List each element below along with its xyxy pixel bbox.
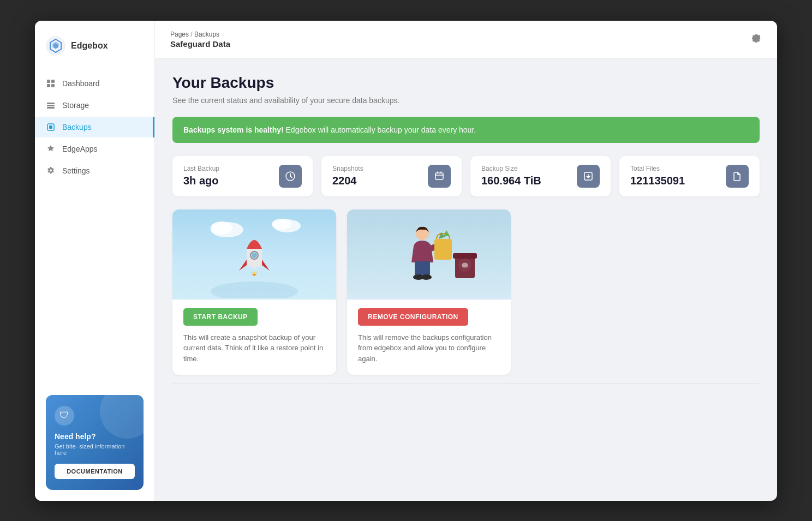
snapshot-icon [428, 165, 451, 188]
page-title: Your Backups [172, 74, 760, 92]
backups-icon [46, 122, 56, 132]
backup-size-icon [577, 165, 600, 188]
topbar: Pages / Backups Safeguard Data [155, 21, 777, 59]
svg-rect-4 [47, 80, 50, 83]
sidebar-item-label: Dashboard [62, 79, 100, 88]
svg-point-19 [272, 219, 291, 230]
stat-value: 3h ago [183, 175, 270, 187]
stat-value: 121135091 [630, 175, 717, 187]
svg-rect-7 [51, 84, 55, 87]
main-content: Pages / Backups Safeguard Data Your Back… [155, 21, 777, 501]
trash-illustration [347, 209, 511, 300]
remove-config-desc: This will remove the backups configurati… [358, 332, 500, 364]
svg-rect-5 [51, 80, 55, 83]
stat-label: Total Files [630, 165, 717, 172]
stat-label: Backup Size [481, 165, 568, 172]
svg-rect-32 [453, 253, 477, 259]
svg-rect-10 [47, 107, 55, 109]
app-name: Edgebox [71, 41, 108, 51]
start-backup-desc: This will create a snapshot backup of yo… [183, 332, 325, 364]
svg-rect-27 [422, 261, 430, 276]
health-banner-bold: Backups system is healthy! [183, 125, 284, 134]
clock-icon [279, 165, 302, 188]
svg-rect-8 [47, 103, 55, 104]
breadcrumb-area: Pages / Backups Safeguard Data [170, 31, 230, 49]
svg-rect-6 [47, 84, 50, 87]
sidebar-item-label: EdgeApps [62, 145, 98, 153]
documentation-button[interactable]: DOCUMENTATION [55, 464, 135, 479]
stat-value: 160.964 TiB [481, 175, 568, 187]
start-backup-body: START BACKUP This will create a snapshot… [172, 300, 336, 375]
edgeapps-icon [46, 144, 56, 154]
sidebar: Edgebox Dashboard Storage Backups [35, 21, 155, 501]
page-subtitle: Safeguard Data [170, 39, 230, 49]
sidebar-item-label: Settings [62, 166, 90, 175]
dashboard-icon [46, 79, 56, 88]
settings-icon [46, 166, 56, 176]
remove-config-card: REMOVE CONFIGURATION This will remove th… [347, 209, 511, 375]
stat-value: 2204 [332, 175, 419, 187]
svg-rect-30 [434, 239, 452, 260]
svg-rect-14 [435, 173, 443, 179]
stats-row: Last Backup 3h ago Snapshots 2204 [172, 156, 760, 196]
breadcrumb: Pages / Backups [170, 31, 230, 38]
svg-point-17 [211, 221, 232, 235]
storage-icon [46, 100, 56, 110]
stat-label: Snapshots [332, 165, 419, 172]
help-card: 🛡 Need help? Get bite- sized information… [46, 395, 144, 490]
stat-total-files: Total Files 121135091 [619, 156, 760, 196]
stat-label: Last Backup [183, 165, 270, 172]
nav-menu: Dashboard Storage Backups EdgeApps [35, 69, 154, 185]
health-banner-text: Edgebox will automatically backup your d… [286, 125, 476, 134]
start-backup-button[interactable]: START BACKUP [183, 308, 258, 326]
page-content: Your Backups See the current status and … [155, 59, 777, 501]
sidebar-item-dashboard[interactable]: Dashboard [35, 73, 154, 94]
page-description: See the current status and availability … [172, 96, 760, 105]
remove-configuration-button[interactable]: REMOVE CONFIGURATION [358, 308, 468, 326]
sidebar-item-label: Backups [62, 123, 92, 131]
help-title: Need help? [55, 432, 135, 441]
files-icon [726, 165, 749, 188]
gear-button[interactable] [751, 33, 762, 46]
svg-rect-9 [47, 105, 55, 106]
svg-point-24 [252, 253, 257, 258]
sidebar-item-label: Storage [62, 101, 89, 110]
sidebar-item-edgeapps[interactable]: EdgeApps [35, 139, 154, 159]
svg-rect-26 [415, 261, 422, 276]
start-backup-card: START BACKUP This will create a snapshot… [172, 209, 336, 375]
logo-area: Edgebox [35, 21, 154, 69]
svg-point-29 [421, 274, 432, 280]
svg-point-20 [211, 282, 298, 298]
health-banner: Backups system is healthy! Edgebox will … [172, 117, 760, 143]
sidebar-help: 🛡 Need help? Get bite- sized information… [35, 384, 154, 501]
sidebar-item-backups[interactable]: Backups [35, 117, 154, 137]
remove-config-body: REMOVE CONFIGURATION This will remove th… [347, 300, 511, 375]
help-shield-icon: 🛡 [55, 406, 74, 426]
svg-rect-12 [49, 125, 52, 129]
stat-snapshots: Snapshots 2204 [321, 156, 462, 196]
help-subtitle: Get bite- sized information here [55, 443, 135, 456]
sidebar-item-settings[interactable]: Settings [35, 160, 154, 181]
rocket-illustration [172, 209, 336, 300]
stat-backup-size: Backup Size 160.964 TiB [470, 156, 611, 196]
action-cards: START BACKUP This will create a snapshot… [172, 209, 760, 375]
sidebar-item-storage[interactable]: Storage [35, 95, 154, 116]
page-separator [172, 384, 760, 384]
stat-last-backup: Last Backup 3h ago [172, 156, 313, 196]
edgebox-logo-icon [46, 36, 65, 56]
